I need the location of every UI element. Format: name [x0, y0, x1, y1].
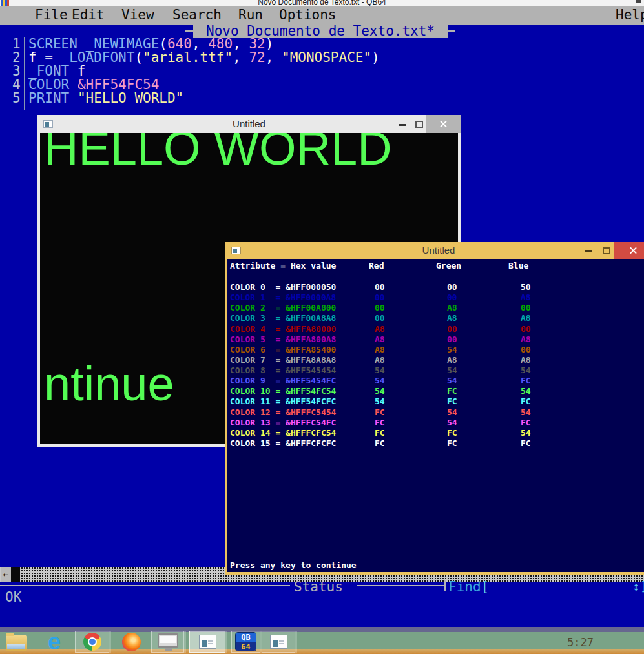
token-string: "arial.ttf": [143, 50, 233, 65]
token-plain: ,: [265, 50, 282, 65]
chrome-icon: [83, 633, 101, 651]
status-divider: [444, 580, 446, 591]
palette-cell-label: COLOR 13 = &HFFFC54FC: [230, 418, 336, 428]
palette-cell-red: 54: [375, 365, 385, 376]
palette-cell-blue: 54: [521, 365, 531, 376]
palette-cell-green: FC: [447, 396, 457, 407]
palette-cell-green: FC: [447, 386, 457, 396]
palette-cell-red: 00: [375, 313, 385, 323]
window-titlebar[interactable]: Untitled: [37, 115, 461, 133]
minimize-icon[interactable]: [399, 124, 406, 126]
line-number: 3: [12, 65, 21, 78]
firefox-icon: [122, 633, 141, 651]
status-rule-left: [0, 585, 290, 586]
menu-item-file[interactable]: File: [35, 7, 68, 23]
token-plain: (: [134, 50, 143, 65]
code-text: PRINT "HELLO WORLD": [28, 92, 183, 105]
menu-item-search[interactable]: Search: [172, 7, 222, 23]
close-button[interactable]: [614, 242, 644, 259]
qb64-app-icon: [1, 0, 9, 6]
palette-row: COLOR 4 = &HFFA80000A80000: [227, 324, 644, 334]
close-icon: [439, 120, 448, 128]
menu-item-help[interactable]: Help: [616, 7, 644, 23]
maximize-icon[interactable]: [603, 247, 610, 254]
qb64-logo-bottom: 64: [236, 642, 256, 651]
qb64-ide-screen: Novo Documento de Texto.txt - QB64 Help …: [0, 0, 644, 654]
vertical-scroll-indicator-icon[interactable]: ↕: [632, 579, 639, 593]
tab-frame-dash-right: [448, 30, 455, 32]
column-header-red: Red: [369, 261, 384, 271]
palette-cell-red: A8: [375, 345, 385, 355]
minimize-icon[interactable]: [585, 250, 592, 252]
palette-cell-red: FC: [375, 418, 385, 428]
window-title: Untitled: [37, 118, 461, 129]
palette-cell-green: 54: [447, 365, 457, 376]
palette-cell-blue: 00: [521, 324, 531, 334]
palette-cell-blue: FC: [521, 376, 531, 386]
palette-cell-label: COLOR 11 = &HFF54FCFC: [230, 396, 336, 407]
program-window-icon: [270, 635, 287, 649]
taskbar-button-system-monitor[interactable]: [151, 631, 184, 653]
find-box[interactable]: Find[: [448, 579, 489, 595]
palette-row: COLOR 14 = &HFFFCFC54FCFC54: [227, 428, 644, 438]
press-any-key-text: Press any key to continue: [230, 560, 357, 571]
status-rule-right: [357, 585, 444, 586]
palette-cell-green: 00: [447, 324, 457, 334]
token-plain: [69, 90, 78, 106]
palette-cell-blue: 54: [521, 428, 531, 438]
os-window-buttons-fragment: [636, 0, 641, 3]
palette-cell-blue: FC: [521, 438, 531, 449]
palette-cell-green: 00: [447, 292, 457, 303]
palette-cell-blue: A8: [521, 334, 531, 345]
palette-row: COLOR 6 = &HFFA85400A85400: [227, 345, 644, 355]
token-keyword: PRINT: [28, 90, 69, 106]
os-titlebar[interactable]: Novo Documento de Texto.txt - QB64: [0, 0, 644, 6]
menu-item-options[interactable]: Options: [279, 7, 337, 23]
scrollbar-left-arrow-icon[interactable]: [1, 567, 11, 582]
taskbar-button-file-explorer[interactable]: [5, 632, 27, 652]
palette-cell-blue: A8: [521, 313, 531, 323]
palette-cell-blue: 00: [521, 345, 531, 355]
palette-cell-green: FC: [447, 438, 457, 449]
menu-item-run[interactable]: Run: [238, 7, 263, 23]
taskbar-button-program-window[interactable]: [189, 631, 225, 653]
palette-cell-label: COLOR 7 = &HFFA8A8A8: [230, 355, 336, 365]
palette-cell-green: A8: [447, 313, 457, 323]
taskbar-clock[interactable]: 5:27: [567, 636, 594, 649]
taskbar-button-internet-explorer[interactable]: [45, 632, 64, 652]
os-window-title: Novo Documento de Texto.txt - QB64: [0, 0, 644, 6]
palette-cell-label: COLOR 8 = &HFF545454: [230, 365, 336, 376]
window-titlebar[interactable]: Untitled: [225, 242, 644, 259]
system-monitor-icon: [158, 633, 178, 648]
palette-row: COLOR 13 = &HFFFC54FCFC54FC: [227, 418, 644, 428]
close-button[interactable]: [426, 115, 461, 133]
palette-cell-red: FC: [375, 407, 385, 418]
code-text: SCREEN _NEWIMAGE(640, 480, 32): [28, 37, 273, 51]
menu-item-edit[interactable]: Edit: [72, 7, 105, 23]
taskbar-button-qb64[interactable]: QB64: [231, 631, 260, 653]
program-window-icon: [199, 635, 216, 649]
code-text: COLOR &HFF54FC54: [28, 78, 159, 92]
palette-cell-green: 00: [447, 282, 457, 292]
code-editor[interactable]: 1SCREEN _NEWIMAGE(640, 480, 32)2f = _LOA…: [0, 37, 639, 112]
palette-cell-label: COLOR 6 = &HFFA85400: [230, 345, 336, 355]
find-label: Find: [448, 579, 481, 595]
window-title: Untitled: [225, 245, 644, 256]
palette-cell-blue: 54: [521, 386, 531, 396]
palette-cell-blue: FC: [521, 396, 531, 407]
continue-text-fragment: ntinue: [44, 360, 174, 408]
palette-cell-red: 00: [375, 303, 385, 313]
taskbar-button-firefox[interactable]: [121, 632, 141, 652]
qb64-icon: QB64: [235, 632, 256, 651]
horizontal-scrollbar-thumb[interactable]: [11, 567, 20, 582]
palette-window-canvas[interactable]: Attribute = Hex value Red Green Blue COL…: [227, 259, 644, 572]
maximize-icon[interactable]: [415, 121, 423, 128]
palette-row: COLOR 9 = &HFF5454FC5454FC: [227, 376, 644, 386]
taskbar-button-program-window[interactable]: [262, 631, 295, 653]
menu-item-view[interactable]: View: [121, 7, 154, 23]
palette-table: Attribute = Hex value Red Green Blue COL…: [227, 259, 644, 572]
taskbar-button-chrome[interactable]: [75, 631, 109, 653]
status-message: OK: [5, 589, 21, 605]
palette-cell-label: COLOR 4 = &HFFA80000: [230, 324, 336, 334]
line-number: 2: [12, 51, 21, 65]
